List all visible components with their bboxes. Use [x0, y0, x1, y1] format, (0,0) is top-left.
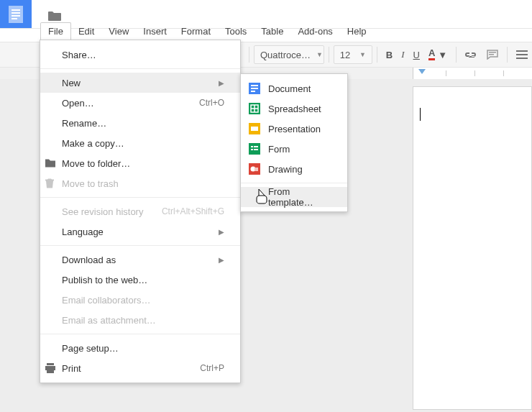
blank-icon — [248, 191, 261, 203]
docs-logo[interactable] — [0, 0, 32, 28]
align-justify-icon — [516, 50, 528, 59]
italic-button[interactable]: I — [397, 45, 408, 64]
svg-rect-6 — [489, 54, 494, 55]
menu-edit[interactable]: Edit — [71, 23, 101, 40]
caret-down-icon: ▼ — [359, 51, 366, 58]
svg-rect-9 — [516, 58, 528, 59]
menu-separator — [40, 197, 240, 198]
submenu-arrow-icon: ▶ — [219, 79, 224, 87]
spreadsheet-icon — [248, 102, 261, 115]
menu-view[interactable]: View — [101, 23, 136, 40]
toolbar-separator — [456, 47, 457, 63]
ruler-tick — [474, 70, 475, 76]
new-spreadsheet[interactable]: Spreadsheet — [241, 99, 347, 119]
menu-file[interactable]: File — [40, 22, 71, 41]
menubar: File Edit View Insert Format Tools Table… — [40, 23, 374, 40]
submenu-arrow-icon: ▶ — [219, 228, 224, 236]
insert-link-button[interactable] — [461, 45, 482, 64]
ruler-tick — [446, 70, 446, 76]
toolbar-separator — [329, 47, 329, 63]
trash-icon — [45, 178, 55, 189]
text-cursor — [420, 108, 421, 121]
caret-down-icon: ▼ — [438, 50, 447, 60]
file-menu-dropdown: Share… New ▶ Open… Ctrl+O Rename… Make a… — [40, 40, 241, 383]
svg-rect-27 — [254, 168, 258, 171]
new-presentation[interactable]: Presentation — [241, 119, 347, 139]
font-size-label: 12 — [340, 50, 350, 60]
caret-down-icon: ▼ — [316, 51, 323, 58]
new-document[interactable]: Document — [241, 78, 347, 99]
new-drawing[interactable]: Drawing — [241, 159, 347, 179]
file-menu-move-to-trash: Move to trash — [40, 173, 240, 193]
toolbar-separator — [377, 47, 377, 63]
menu-separator — [40, 68, 240, 69]
svg-rect-1 — [12, 9, 20, 11]
file-menu-print[interactable]: Print Ctrl+P — [40, 358, 240, 378]
svg-rect-22 — [254, 146, 258, 147]
svg-rect-2 — [12, 12, 20, 14]
submenu-arrow-icon: ▶ — [219, 256, 224, 264]
font-family-picker[interactable]: Quattroce… ▼ — [254, 45, 324, 64]
drawing-icon — [248, 162, 261, 175]
print-icon — [45, 363, 56, 373]
document-page[interactable] — [413, 86, 532, 410]
text-color-icon: A — [428, 49, 435, 60]
underline-button[interactable]: U — [409, 45, 424, 64]
folder-icon — [45, 159, 56, 168]
menu-separator — [241, 183, 347, 183]
presentation-icon — [248, 122, 261, 135]
ruler-tick — [503, 70, 504, 76]
svg-rect-21 — [251, 146, 253, 147]
file-menu-revision-history: See revision history Ctrl+Alt+Shift+G — [40, 201, 240, 221]
indent-marker[interactable] — [418, 69, 426, 74]
menu-table[interactable]: Table — [254, 23, 290, 40]
docs-page-icon — [9, 6, 23, 23]
new-form[interactable]: Form — [241, 139, 347, 159]
file-menu-move-to-folder[interactable]: Move to folder… — [40, 153, 240, 173]
menu-addons[interactable]: Add-ons — [290, 23, 339, 40]
text-color-button[interactable]: A ▼ — [424, 45, 451, 64]
align-button[interactable] — [512, 45, 532, 64]
svg-rect-11 — [251, 85, 258, 86]
bold-button[interactable]: B — [382, 45, 397, 64]
svg-rect-23 — [251, 149, 253, 150]
svg-rect-7 — [516, 50, 528, 52]
file-menu-open[interactable]: Open… Ctrl+O — [40, 93, 240, 113]
toolbar-separator — [507, 47, 508, 63]
menu-separator — [40, 334, 240, 334]
file-menu-rename[interactable]: Rename… — [40, 113, 240, 133]
svg-rect-5 — [489, 52, 496, 53]
menu-format[interactable]: Format — [174, 23, 218, 40]
file-menu-publish-web[interactable]: Publish to the web… — [40, 270, 240, 290]
menu-separator — [40, 245, 240, 246]
file-menu-language[interactable]: Language ▶ — [40, 221, 240, 242]
file-menu-email-collaborators: Email collaborators… — [40, 290, 240, 310]
svg-rect-24 — [254, 149, 258, 150]
toolbar-separator — [249, 47, 249, 63]
svg-rect-4 — [12, 18, 17, 19]
svg-rect-19 — [251, 127, 258, 131]
insert-comment-button[interactable] — [482, 45, 503, 64]
font-family-label: Quattroce… — [260, 50, 311, 60]
svg-rect-8 — [516, 54, 528, 55]
document-icon — [248, 82, 261, 95]
new-from-template[interactable]: From template… — [241, 187, 347, 207]
form-icon — [248, 142, 261, 155]
file-menu-make-copy[interactable]: Make a copy… — [40, 133, 240, 153]
svg-rect-13 — [251, 91, 255, 92]
folder-icon — [47, 10, 62, 22]
menu-insert[interactable]: Insert — [136, 23, 174, 40]
svg-rect-12 — [251, 88, 258, 89]
file-menu-share[interactable]: Share… — [40, 45, 240, 65]
font-size-picker[interactable]: 12 ▼ — [334, 45, 372, 64]
file-menu-page-setup[interactable]: Page setup… — [40, 338, 240, 358]
svg-rect-3 — [12, 15, 20, 17]
menu-tools[interactable]: Tools — [218, 23, 254, 40]
file-menu-download-as[interactable]: Download as ▶ — [40, 250, 240, 270]
link-icon — [465, 50, 478, 59]
file-menu-new[interactable]: New ▶ — [40, 73, 240, 93]
file-menu-email-attachment: Email as attachment… — [40, 310, 240, 330]
menu-help[interactable]: Help — [340, 23, 374, 40]
ruler-active — [413, 68, 532, 79]
new-submenu: Document Spreadsheet Presentation Form D… — [240, 73, 348, 212]
